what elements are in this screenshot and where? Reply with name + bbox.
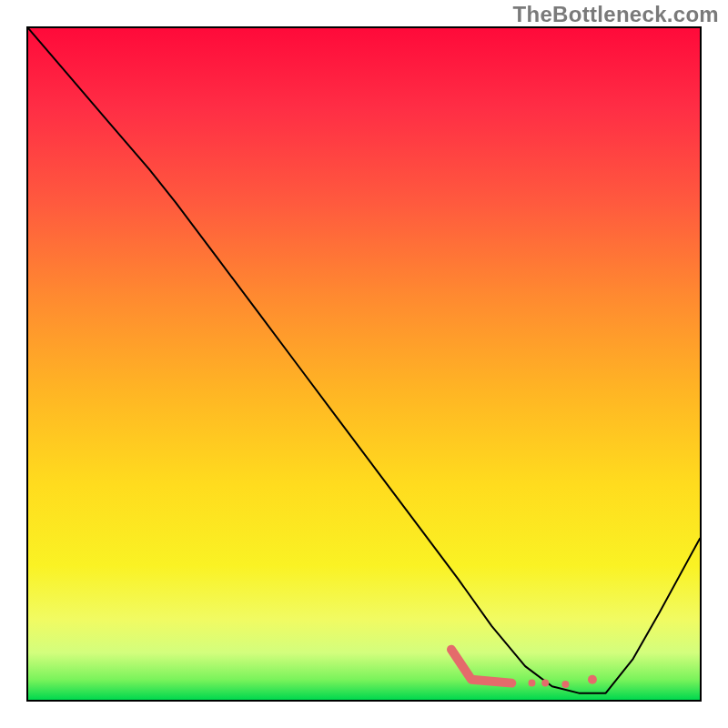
highlight-dot: [588, 675, 597, 684]
highlight-dot: [529, 680, 536, 687]
chart-frame: TheBottleneck.com: [0, 0, 728, 728]
watermark-label: TheBottleneck.com: [513, 2, 719, 27]
curve-line: [28, 28, 700, 693]
chart-overlay: [28, 28, 700, 700]
highlight-markers: [451, 650, 597, 688]
highlight-dot: [561, 681, 569, 688]
highlight-stroke: [451, 650, 511, 683]
plot-area: [26, 26, 702, 702]
highlight-dot: [541, 680, 549, 687]
